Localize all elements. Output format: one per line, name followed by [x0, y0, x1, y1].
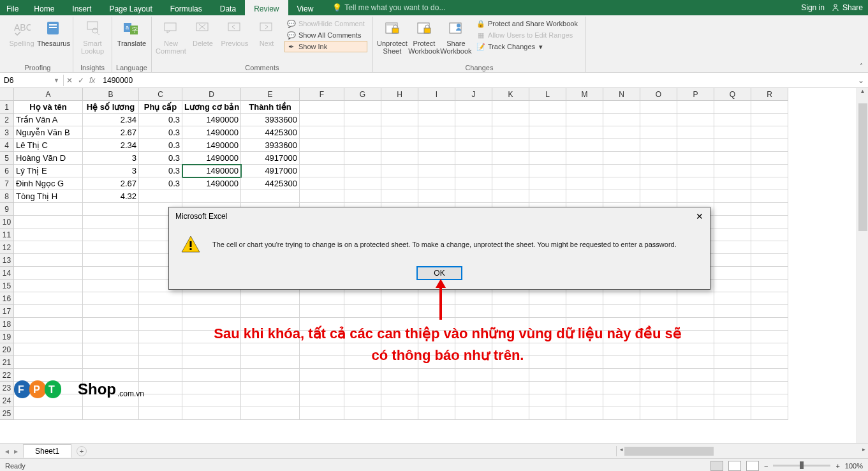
cell-B2[interactable]: 2.34 [83, 114, 139, 126]
cell-A8[interactable]: Tòng Thị H [14, 190, 83, 203]
cell-I8[interactable] [418, 190, 455, 203]
cell-N22[interactable] [603, 369, 640, 382]
cell-H17[interactable] [381, 305, 418, 318]
cell-P3[interactable] [677, 126, 714, 139]
tab-home[interactable]: Home [25, 0, 63, 15]
cell-C4[interactable]: 0.3 [139, 139, 182, 152]
row-header-11[interactable]: 11 [0, 228, 14, 241]
cell-M8[interactable] [566, 190, 603, 203]
cell-J1[interactable] [455, 101, 492, 114]
row-header-24[interactable]: 24 [0, 394, 14, 407]
cell-A10[interactable] [14, 216, 83, 228]
cell-F25[interactable] [300, 407, 344, 420]
cell-E1[interactable]: Thành tiền [241, 101, 300, 114]
cell-H25[interactable] [381, 407, 418, 420]
column-header-N[interactable]: N [603, 88, 640, 101]
cell-H23[interactable] [381, 382, 418, 394]
cell-A12[interactable] [14, 241, 83, 254]
cell-D17[interactable] [182, 305, 241, 318]
cell-L23[interactable] [529, 382, 566, 394]
cell-R25[interactable] [751, 407, 788, 420]
row-header-10[interactable]: 10 [0, 216, 14, 228]
row-header-16[interactable]: 16 [0, 292, 14, 305]
cell-R22[interactable] [751, 369, 788, 382]
cell-C23[interactable] [139, 382, 182, 394]
cell-Q21[interactable] [714, 356, 751, 369]
cell-G16[interactable] [344, 292, 381, 305]
add-sheet-button[interactable]: + [77, 446, 87, 456]
spelling-button[interactable]: ABC Spelling [6, 17, 37, 47]
cell-E2[interactable]: 3933600 [241, 114, 300, 126]
cell-K2[interactable] [492, 114, 529, 126]
column-header-C[interactable]: C [139, 88, 182, 101]
thesaurus-button[interactable]: Thesaurus [38, 17, 69, 47]
cell-R11[interactable] [751, 228, 788, 241]
row-header-20[interactable]: 20 [0, 343, 14, 356]
horizontal-scrollbar[interactable]: ◂ ▸ [616, 446, 868, 456]
cell-I22[interactable] [418, 369, 455, 382]
cell-B6[interactable]: 3 [83, 165, 139, 177]
show-hide-comment-button[interactable]: 💬Show/Hide Comment [284, 18, 367, 29]
row-header-2[interactable]: 2 [0, 114, 14, 126]
cell-D16[interactable] [182, 292, 241, 305]
cell-B14[interactable] [83, 267, 139, 280]
cell-N3[interactable] [603, 126, 640, 139]
cell-D23[interactable] [182, 382, 241, 394]
cell-M4[interactable] [566, 139, 603, 152]
cell-Q4[interactable] [714, 139, 751, 152]
row-header-18[interactable]: 18 [0, 318, 14, 331]
cell-L8[interactable] [529, 190, 566, 203]
cell-O3[interactable] [640, 126, 677, 139]
cell-P16[interactable] [677, 292, 714, 305]
cell-M1[interactable] [566, 101, 603, 114]
cell-R3[interactable] [751, 126, 788, 139]
column-header-H[interactable]: H [381, 88, 418, 101]
cell-O5[interactable] [640, 152, 677, 165]
cell-A14[interactable] [14, 267, 83, 280]
cell-A6[interactable]: Lý Thị E [14, 165, 83, 177]
cell-A7[interactable]: Đinh Ngọc G [14, 177, 83, 190]
cell-K23[interactable] [492, 382, 529, 394]
cell-I3[interactable] [418, 126, 455, 139]
cell-I24[interactable] [418, 394, 455, 407]
cell-A21[interactable] [14, 356, 83, 369]
cell-E4[interactable]: 3933600 [241, 139, 300, 152]
column-header-F[interactable]: F [300, 88, 344, 101]
hscroll-right-arrow[interactable]: ▸ [859, 446, 868, 452]
cell-M22[interactable] [566, 369, 603, 382]
cell-M17[interactable] [566, 305, 603, 318]
column-header-P[interactable]: P [677, 88, 714, 101]
cell-B25[interactable] [83, 407, 139, 420]
cell-H3[interactable] [381, 126, 418, 139]
row-header-22[interactable]: 22 [0, 369, 14, 382]
cell-O23[interactable] [640, 382, 677, 394]
cell-J5[interactable] [455, 152, 492, 165]
cell-K16[interactable] [492, 292, 529, 305]
cell-R20[interactable] [751, 343, 788, 356]
cell-O8[interactable] [640, 190, 677, 203]
cell-C8[interactable] [139, 190, 182, 203]
column-header-G[interactable]: G [344, 88, 381, 101]
column-header-K[interactable]: K [492, 88, 529, 101]
cell-L17[interactable] [529, 305, 566, 318]
cell-P6[interactable] [677, 165, 714, 177]
cell-A18[interactable] [14, 318, 83, 331]
cell-P1[interactable] [677, 101, 714, 114]
smart-lookup-button[interactable]: Smart Lookup [77, 17, 108, 55]
cell-R2[interactable] [751, 114, 788, 126]
select-all-corner[interactable] [0, 88, 14, 101]
column-header-L[interactable]: L [529, 88, 566, 101]
cell-Q23[interactable] [714, 382, 751, 394]
cell-E6[interactable]: 4917000 [241, 165, 300, 177]
cell-H6[interactable] [381, 165, 418, 177]
cell-N7[interactable] [603, 177, 640, 190]
cell-C22[interactable] [139, 369, 182, 382]
cell-F24[interactable] [300, 394, 344, 407]
cell-H1[interactable] [381, 101, 418, 114]
cell-C6[interactable]: 0.3 [139, 165, 182, 177]
cell-Q9[interactable] [714, 203, 751, 216]
cell-A16[interactable] [14, 292, 83, 305]
cell-C3[interactable]: 0.3 [139, 126, 182, 139]
cell-A25[interactable] [14, 407, 83, 420]
cell-K6[interactable] [492, 165, 529, 177]
